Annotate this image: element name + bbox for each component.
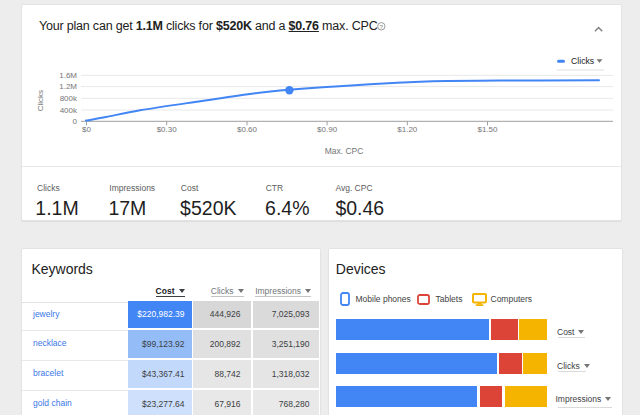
- svg-text:1.2M: 1.2M: [59, 82, 77, 91]
- svg-text:$1.20: $1.20: [397, 125, 418, 134]
- svg-text:400k: 400k: [60, 106, 78, 115]
- svg-text:$0: $0: [82, 125, 91, 134]
- svg-text:1.6M: 1.6M: [59, 71, 77, 80]
- svg-text:$0.60: $0.60: [237, 125, 258, 134]
- svg-text:$0.30: $0.30: [157, 125, 178, 134]
- svg-text:$1.50: $1.50: [477, 125, 498, 134]
- svg-text:Clicks: Clicks: [36, 90, 45, 111]
- svg-text:Clicks: Clicks: [571, 56, 595, 66]
- svg-text:800k: 800k: [60, 94, 78, 103]
- svg-text:Max. CPC: Max. CPC: [325, 146, 364, 156]
- svg-text:0: 0: [73, 117, 78, 126]
- svg-text:$0.90: $0.90: [317, 125, 338, 134]
